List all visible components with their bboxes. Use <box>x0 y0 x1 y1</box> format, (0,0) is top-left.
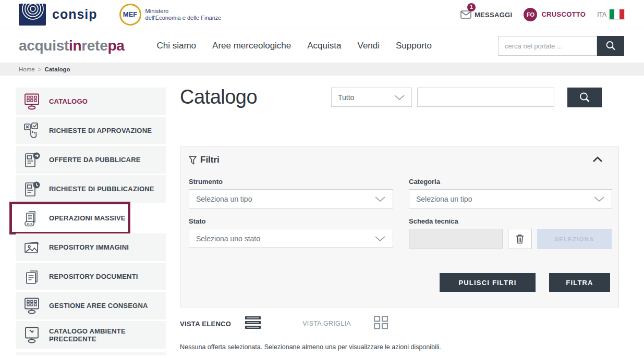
catalog-monitor-icon <box>22 93 41 110</box>
acquistinretepa-logo[interactable]: acquistinretepa <box>19 38 124 54</box>
grid-view-icon <box>374 316 388 329</box>
catalog-scope-select[interactable]: Tutto <box>331 88 412 107</box>
nav-item-supporto[interactable]: Supporto <box>396 41 432 51</box>
sidebar-item-richieste-di-pubblicazione[interactable]: RICHIESTE DI PUBBLICAZIONE <box>16 175 166 203</box>
scheda-tecnica-field: Scheda tecnica SE <box>409 217 612 249</box>
dashboard-button[interactable]: FO CRUSCOTTO <box>524 8 586 21</box>
scheda-tecnica-label: Scheda tecnica <box>409 217 612 225</box>
top-bar: consip MEF Ministero dell'Economia e del… <box>0 0 644 29</box>
stato-field: Stato Seleziona uno stato <box>189 217 393 249</box>
scheda-tecnica-input <box>409 229 503 249</box>
nav-item-vendi[interactable]: Vendi <box>357 41 380 51</box>
sidebar-item-catalogo[interactable]: CATALOGO <box>16 88 166 115</box>
mef-logo[interactable]: MEF Ministero dell'Economia e delle Fina… <box>119 4 222 26</box>
breadcrumb-separator: > <box>38 66 42 72</box>
chevron-down-icon <box>394 94 405 101</box>
approval-checkboxes-icon <box>22 122 41 140</box>
categoria-select[interactable]: Seleziona un tipo <box>409 189 612 208</box>
sidebar-item-operazioni-massive[interactable]: XLS OPERAZIONI MASSIVE <box>16 204 166 232</box>
catalog-search-input[interactable] <box>417 88 554 107</box>
portal-search-input[interactable] <box>498 36 597 56</box>
clear-scheda-button[interactable] <box>508 229 532 249</box>
strumento-field: Strumento Seleziona un tipo <box>189 178 393 208</box>
nav-item-acquista[interactable]: Acquista <box>307 41 341 51</box>
clear-filters-button[interactable]: PULISCI FILTRI <box>440 273 536 292</box>
funnel-icon <box>189 156 197 165</box>
messages-badge: 1 <box>467 3 476 11</box>
main-content: Catalogo Tutto Filtri <box>180 76 619 358</box>
breadcrumb-current: Catalogo <box>44 66 70 72</box>
search-icon <box>578 91 591 104</box>
mef-ministry-text: Ministero dell'Economia e delle Finanze <box>145 8 222 21</box>
trash-icon <box>516 234 524 244</box>
categoria-label: Categoria <box>409 178 612 186</box>
chevron-down-icon <box>374 196 386 202</box>
language-selector[interactable]: ITA <box>597 9 624 19</box>
catalog-scope-value: Tutto <box>338 93 354 102</box>
document-clock-icon <box>22 180 41 198</box>
selection-status-message: Nessuna offerta selezionata. Selezionane… <box>180 343 619 351</box>
consip-wordmark: consip <box>52 7 98 22</box>
documents-stack-icon <box>22 268 41 286</box>
portal-search-button[interactable] <box>597 36 624 56</box>
breadcrumb: Home > Catalogo <box>0 63 644 76</box>
categoria-field: Categoria Seleziona un tipo <box>409 178 612 208</box>
monitor-cursor-icon <box>22 326 41 344</box>
sidebar-item-gestione-aree-consegna[interactable]: GESTIONE AREE CONSEGNA <box>16 292 166 319</box>
collapse-filters-button[interactable] <box>592 155 610 165</box>
page-title: Catalogo <box>180 86 331 108</box>
messages-button[interactable]: 1 MESSAGGI <box>460 10 512 19</box>
mef-logo-icon: MEF <box>119 4 141 26</box>
consip-logo[interactable]: consip <box>19 4 98 26</box>
italy-flag-icon <box>610 9 624 19</box>
sidebar-item-offerte-da-pubblicare[interactable]: OFFERTE DA PUBBLICARE <box>16 146 166 174</box>
language-label: ITA <box>597 11 606 18</box>
messages-label: MESSAGGI <box>475 11 512 19</box>
filters-title: Filtri <box>200 155 220 165</box>
envelope-icon <box>460 10 471 19</box>
svg-text:XLS: XLS <box>27 222 32 225</box>
xls-document-icon: XLS <box>22 209 41 227</box>
nav-item-aree-merceologiche[interactable]: Aree merceologiche <box>212 41 291 51</box>
sidebar-item-catalogo-ambiente-precedente[interactable]: CATALOGO AMBIENTE PRECEDENTE <box>16 321 166 349</box>
dashboard-label: CRUSCOTTO <box>541 10 586 18</box>
sidebar: CATALOGO RICHIESTE DI APPROVAZIONE <box>0 76 166 358</box>
main-nav: acquistinretepa Chi siamo Aree merceolog… <box>0 29 644 63</box>
chevron-up-icon <box>592 156 603 163</box>
list-view-button[interactable] <box>245 316 261 331</box>
sidebar-item-repository-immagini[interactable]: REPOSITORY IMMAGINI <box>16 233 166 261</box>
grid-view-button[interactable] <box>374 316 388 331</box>
chevron-down-icon <box>374 236 386 242</box>
images-icon <box>22 239 41 256</box>
document-arrow-icon <box>22 151 41 169</box>
apply-filters-button[interactable]: FILTRA <box>549 273 610 292</box>
sidebar-item-repository-documenti[interactable]: REPOSITORY DOCUMENTI <box>16 263 166 290</box>
seleziona-button[interactable]: SELEZIONA <box>537 229 612 249</box>
chevron-down-icon <box>593 196 605 202</box>
sidebar-item-partial <box>16 352 166 355</box>
breadcrumb-home[interactable]: Home <box>19 66 35 72</box>
strumento-select[interactable]: Seleziona un tipo <box>189 189 393 208</box>
list-view-icon <box>245 316 261 329</box>
user-avatar: FO <box>524 8 537 21</box>
filters-panel: Filtri Strumento Seleziona un tipo <box>180 146 619 307</box>
strumento-label: Strumento <box>189 178 393 186</box>
grid-view-label: VISTA GRIGLIA <box>302 320 351 327</box>
grid-monitor-icon <box>22 297 41 315</box>
catalog-search-button[interactable] <box>567 88 602 107</box>
sidebar-item-richieste-di-approvazione[interactable]: RICHIESTE DI APPROVAZIONE <box>16 117 166 144</box>
list-view-label: VISTA ELENCO <box>180 320 231 328</box>
consip-logo-icon <box>19 4 46 26</box>
nav-item-chi-siamo[interactable]: Chi siamo <box>156 41 196 51</box>
stato-label: Stato <box>189 217 393 225</box>
stato-select[interactable]: Seleziona uno stato <box>189 229 393 248</box>
search-icon <box>605 40 616 52</box>
